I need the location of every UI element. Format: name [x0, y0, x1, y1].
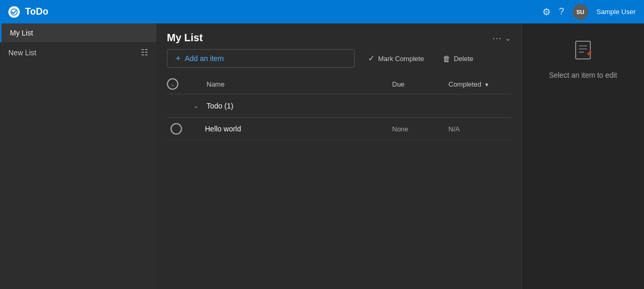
- user-name: Sample User: [597, 8, 636, 16]
- table-header-row: ⌄ Name Due Completed ▼: [167, 74, 511, 94]
- sidebar: My List New List ☷: [0, 23, 156, 289]
- task-group-todo: ⌄ Todo (1): [167, 94, 511, 118]
- task-table: ⌄ Name Due Completed ▼ ⌄ Todo: [156, 74, 521, 289]
- header-right: ⚙ ? SU Sample User: [542, 4, 636, 20]
- group-label: Todo (1): [206, 102, 233, 110]
- sidebar-item-newlist[interactable]: New List ☷: [0, 42, 156, 63]
- col-header-due[interactable]: Due: [392, 80, 444, 88]
- svg-rect-1: [576, 41, 590, 59]
- new-list-icon: ☷: [141, 47, 148, 57]
- app-header: ToDo ⚙ ? SU Sample User: [0, 0, 644, 23]
- main-layout: My List New List ☷ My List ⋯ ⌄ + Add an …: [0, 23, 644, 289]
- select-all-checkbox[interactable]: ⌄: [167, 78, 186, 90]
- right-panel-text: Select an item to edit: [549, 71, 617, 79]
- delete-button[interactable]: 🗑 Delete: [438, 51, 479, 66]
- edit-panel-icon: [573, 39, 593, 65]
- task-checkbox[interactable]: [171, 123, 182, 135]
- expand-all-icon: ⌄: [171, 81, 175, 87]
- col-header-completed[interactable]: Completed ▼: [448, 80, 511, 88]
- table-row[interactable]: Hello world None N/A: [167, 118, 511, 140]
- content-area: My List ⋯ ⌄ + Add an item ✓ Mark Complet…: [156, 23, 521, 289]
- checkmark-icon: ✓: [368, 54, 375, 63]
- task-due: None: [392, 125, 444, 133]
- app-logo: [8, 6, 20, 18]
- task-completed: N/A: [448, 125, 511, 133]
- app-title: ToDo: [25, 6, 48, 17]
- add-item-button[interactable]: + Add an item: [167, 49, 355, 68]
- list-collapse-button[interactable]: ⌄: [505, 34, 511, 42]
- help-icon[interactable]: ?: [559, 6, 564, 17]
- task-name: Hello world: [203, 125, 388, 133]
- toolbar: + Add an item ✓ Mark Complete 🗑 Delete: [156, 49, 521, 74]
- group-expand-button[interactable]: ⌄: [190, 100, 202, 112]
- right-panel: Select an item to edit: [521, 23, 644, 289]
- more-options-button[interactable]: ⋯: [492, 32, 503, 44]
- sort-icon: ▼: [484, 82, 490, 88]
- list-title: My List: [167, 32, 203, 44]
- header-left: ToDo: [8, 6, 48, 18]
- list-header-actions: ⋯ ⌄: [492, 32, 511, 44]
- sidebar-item-mylist[interactable]: My List: [0, 23, 156, 42]
- user-avatar[interactable]: SU: [573, 4, 588, 20]
- add-icon: +: [176, 54, 180, 63]
- mark-complete-button[interactable]: ✓ Mark Complete: [363, 51, 429, 66]
- list-header: My List ⋯ ⌄: [156, 23, 521, 49]
- settings-icon[interactable]: ⚙: [542, 6, 551, 18]
- col-header-name[interactable]: Name: [206, 80, 388, 88]
- trash-icon: 🗑: [443, 54, 451, 63]
